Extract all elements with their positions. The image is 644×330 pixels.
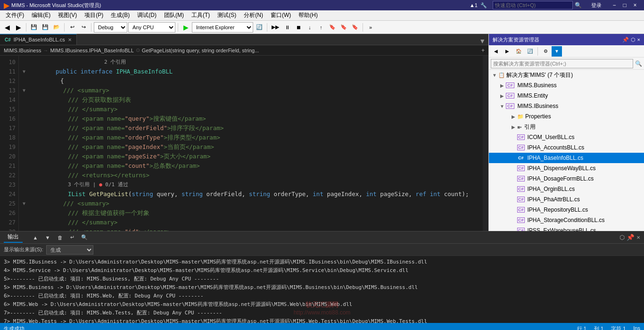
tree-properties[interactable]: ▶ 📁 Properties: [489, 111, 644, 122]
se-forward-btn[interactable]: ▶: [502, 46, 512, 57]
output-content[interactable]: 3> MIMS.IBusiness -> D:\Users\Administra…: [0, 256, 644, 323]
minimize-btn[interactable]: −: [609, 0, 619, 10]
output-down-btn[interactable]: ▼: [42, 232, 53, 243]
output-up-btn[interactable]: ▲: [30, 232, 41, 243]
redo-btn[interactable]: ↪: [78, 22, 89, 33]
menu-item-f[interactable]: 文件(F): [2, 10, 28, 20]
menu-item-p[interactable]: 项目(P): [81, 10, 107, 20]
output-pin-btn[interactable]: 📌: [627, 234, 635, 241]
output-close-btn[interactable]: ×: [636, 234, 640, 241]
file-ipha-dosage[interactable]: ▶ C# IPHA_DosageFormBLL.cs: [489, 173, 644, 184]
menu-item-s[interactable]: 测试(S): [214, 10, 240, 20]
project-entity[interactable]: ▶ C# MIMS.Entity: [489, 91, 644, 101]
menu-item-v[interactable]: 视图(V): [54, 10, 81, 20]
file-ipha-accounts[interactable]: ▶ C# IPHA_AccountsBLL.cs: [489, 142, 644, 153]
extra-btn1[interactable]: ▶▶: [270, 22, 281, 33]
undo-btn[interactable]: ↩: [67, 22, 77, 33]
editor-area: C# IPHA_BaseInfoBLL.cs ✕ ▼ MIMS.IBusines…: [0, 34, 488, 231]
se-home-btn[interactable]: 🏠: [513, 46, 524, 57]
config-dropdown[interactable]: Debug Release: [94, 22, 127, 33]
se-back-btn[interactable]: ◀: [491, 46, 501, 57]
menu-item-b[interactable]: 生成(B): [107, 10, 133, 20]
ibusiness-expand-icon: ▼: [498, 104, 506, 109]
se-refresh-btn[interactable]: 🔄: [525, 46, 535, 57]
se-title-bar: 解决方案资源管理器 📌 ⬡ ×: [489, 34, 644, 45]
extra-btn3[interactable]: ⏹: [293, 22, 304, 33]
output-clear-btn[interactable]: 🗑: [55, 232, 65, 243]
forward-btn[interactable]: ▶: [13, 22, 24, 33]
se-settings-btn[interactable]: ⚙: [540, 46, 551, 57]
code-line-14: /// 分页获取数据列表: [23, 95, 479, 105]
bc-namespace[interactable]: MIMS.IBusiness: [4, 48, 41, 53]
menu-item-m[interactable]: 团队(M): [160, 10, 188, 20]
save-btn[interactable]: 💾: [29, 22, 39, 33]
extra-btn4[interactable]: ↓: [305, 22, 315, 33]
file-ipss-ex[interactable]: ▶ C# IPSS_ExWarehouseBLL.cs: [489, 225, 644, 231]
file-ipha-storage[interactable]: ▶ C# IPHA_StorageConditionBLL.cs: [489, 215, 644, 225]
output-find-btn[interactable]: 🔍: [79, 232, 90, 243]
bc-method[interactable]: GetPageList(string query, string orderFi…: [142, 48, 259, 53]
fold-btn-24[interactable]: ▼: [23, 199, 25, 208]
vertical-scrollbar[interactable]: [483, 56, 488, 231]
extra-btn6[interactable]: 🔖: [327, 22, 338, 33]
menu-item-w[interactable]: 窗口(W): [267, 10, 295, 20]
breadcrumb-controls: +: [481, 47, 485, 54]
refs-expand: ▶: [510, 124, 517, 130]
add-btn[interactable]: +: [481, 47, 485, 54]
file-ipha-baseinfo[interactable]: ▶ C# IPHA_BaseInfoBLL.cs: [489, 153, 644, 163]
project-ibusiness[interactable]: ▼ C# MIMS.IBusiness: [489, 101, 644, 111]
window-controls[interactable]: − □ ×: [609, 0, 640, 10]
output-line: 4> MIMS.Service -> D:\Users\Administrato…: [4, 266, 640, 275]
start-btn[interactable]: ▶: [181, 22, 191, 33]
open-btn[interactable]: 📂: [51, 22, 62, 33]
fold-btn-13[interactable]: ▼: [23, 86, 25, 95]
tab-close-icon[interactable]: ✕: [68, 37, 72, 42]
se-float-icon[interactable]: ⬡: [631, 37, 636, 43]
se-tree[interactable]: ▼ 📋 解决方案'MIMS' (7 个项目) ▶ C# MIMS.Busines…: [489, 70, 644, 231]
file-ipha-orgin[interactable]: ▶ C# IPHA_OrginBLL.cs: [489, 184, 644, 194]
se-filter-btn[interactable]: ▼: [552, 46, 562, 57]
toolbar: ◀ ▶ 💾 💾 📂 ↩ ↪ Debug Release Any CPU ▶ In…: [0, 21, 644, 34]
file-ipha-dispenseway[interactable]: ▶ C# IPHA_DispenseWayBLL.cs: [489, 163, 644, 173]
se-pin-icon[interactable]: 📌: [622, 37, 629, 43]
code-content[interactable]: 2 个引用 ▼ public interface IPHA_BaseInfoBL…: [19, 56, 483, 231]
business-icon: C#: [506, 82, 514, 88]
platform-dropdown[interactable]: Any CPU: [128, 22, 175, 33]
close-btn[interactable]: ×: [630, 0, 640, 10]
se-search-input[interactable]: [491, 59, 633, 68]
login-btn[interactable]: 登录: [587, 1, 605, 9]
extra-btn8[interactable]: 🔖: [350, 22, 360, 33]
browser-dropdown[interactable]: Internet Explorer: [192, 22, 253, 33]
se-close-icon[interactable]: ×: [637, 37, 640, 43]
status-col: 列 1: [594, 325, 603, 330]
bc-class[interactable]: MIMS.IBusiness.IPHA_BaseInfoBLL: [50, 48, 133, 53]
output-float-btn[interactable]: ⬡: [619, 234, 625, 241]
solution-node[interactable]: ▼ 📋 解决方案'MIMS' (7 个项目): [489, 70, 644, 80]
quick-launch-area[interactable]: 🔍: [493, 1, 582, 9]
more-btn[interactable]: »: [365, 22, 376, 33]
refresh-btn[interactable]: 🔄: [254, 22, 264, 33]
output-source-select[interactable]: 生成 调试: [46, 245, 93, 255]
extra-btn7[interactable]: 🔖: [339, 22, 349, 33]
menu-item-e[interactable]: 编辑(E): [28, 10, 54, 20]
tree-refs[interactable]: ▶ ■▪ 引用: [489, 122, 644, 132]
tab-pin-btn[interactable]: ▼: [476, 37, 488, 45]
tab-baseinbobll[interactable]: C# IPHA_BaseInfoBLL.cs ✕: [0, 34, 77, 45]
file-ipha-phaattr[interactable]: ▶ C# IPHA_PhaAttrBLL.cs: [489, 194, 644, 205]
output-tab[interactable]: 输出: [4, 232, 23, 243]
menu-item-n[interactable]: 分析(N): [240, 10, 267, 20]
extra-btn5[interactable]: ↑: [316, 22, 326, 33]
menu-item-t[interactable]: 工具(T): [188, 10, 214, 20]
project-business[interactable]: ▶ C# MIMS.Business: [489, 80, 644, 91]
file-icom-user[interactable]: ▶ C# ICOM_UserBLL.cs: [489, 132, 644, 142]
file-ipha-repo[interactable]: ▶ C# IPHA_RepositoryBLL.cs: [489, 205, 644, 215]
save-all-btn[interactable]: 💾: [40, 22, 50, 33]
quick-launch-input[interactable]: [493, 1, 573, 9]
back-btn[interactable]: ◀: [2, 22, 12, 33]
fold-btn-11[interactable]: ▼: [23, 67, 25, 76]
output-wrap-btn[interactable]: ↵: [67, 232, 77, 243]
restore-btn[interactable]: □: [619, 0, 630, 10]
menu-item-h[interactable]: 帮助(H): [295, 10, 322, 20]
extra-btn2[interactable]: ⏸: [282, 22, 292, 33]
menu-item-d[interactable]: 调试(D): [133, 10, 160, 20]
